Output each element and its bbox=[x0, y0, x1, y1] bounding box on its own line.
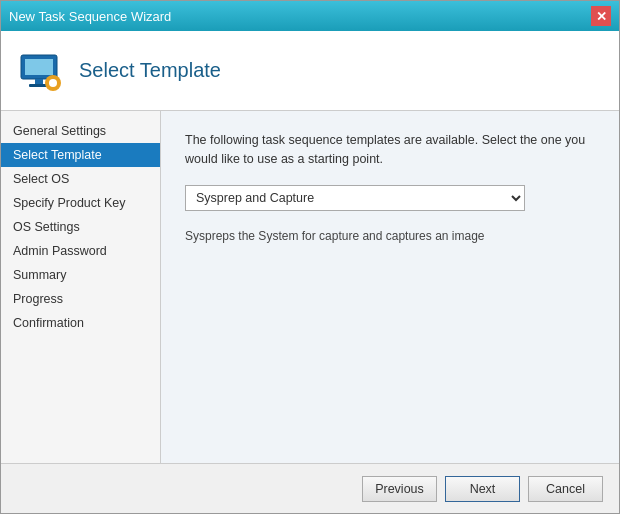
header-title: Select Template bbox=[79, 59, 221, 82]
template-select[interactable]: Sysprep and Capture Standard Client Task… bbox=[185, 185, 525, 211]
main-panel: The following task sequence templates ar… bbox=[161, 111, 619, 463]
sidebar-item-summary[interactable]: Summary bbox=[1, 263, 160, 287]
svg-point-5 bbox=[49, 79, 57, 87]
close-button[interactable]: ✕ bbox=[591, 6, 611, 26]
sidebar-item-select-os[interactable]: Select OS bbox=[1, 167, 160, 191]
wizard-window: New Task Sequence Wizard ✕ Select Templa… bbox=[0, 0, 620, 514]
svg-rect-1 bbox=[25, 59, 53, 75]
template-dropdown-wrapper: Sysprep and Capture Standard Client Task… bbox=[185, 185, 595, 211]
description-text: The following task sequence templates ar… bbox=[185, 131, 595, 169]
sidebar-item-confirmation[interactable]: Confirmation bbox=[1, 311, 160, 335]
next-button[interactable]: Next bbox=[445, 476, 520, 502]
wizard-icon bbox=[17, 47, 65, 95]
sidebar: General Settings Select Template Select … bbox=[1, 111, 161, 463]
footer-area: Previous Next Cancel bbox=[1, 463, 619, 513]
wizard-header: Select Template bbox=[1, 31, 619, 111]
previous-button[interactable]: Previous bbox=[362, 476, 437, 502]
window-title: New Task Sequence Wizard bbox=[9, 9, 171, 24]
sidebar-item-os-settings[interactable]: OS Settings bbox=[1, 215, 160, 239]
title-bar: New Task Sequence Wizard ✕ bbox=[1, 1, 619, 31]
sidebar-item-admin-password[interactable]: Admin Password bbox=[1, 239, 160, 263]
cancel-button[interactable]: Cancel bbox=[528, 476, 603, 502]
template-description: Syspreps the System for capture and capt… bbox=[185, 229, 595, 243]
sidebar-item-general-settings[interactable]: General Settings bbox=[1, 119, 160, 143]
sidebar-item-select-template[interactable]: Select Template bbox=[1, 143, 160, 167]
content-area: General Settings Select Template Select … bbox=[1, 111, 619, 463]
sidebar-item-progress[interactable]: Progress bbox=[1, 287, 160, 311]
svg-rect-2 bbox=[35, 79, 43, 84]
sidebar-item-specify-product-key[interactable]: Specify Product Key bbox=[1, 191, 160, 215]
